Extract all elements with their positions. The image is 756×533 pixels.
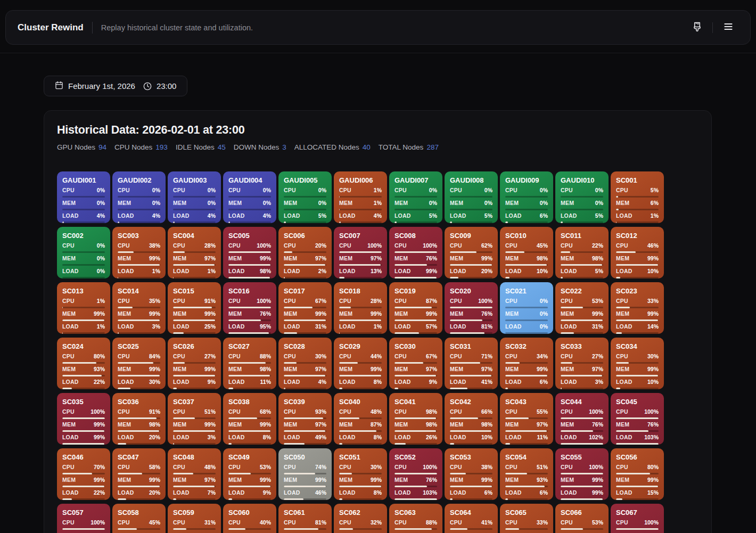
node-card[interactable]: SC019 CPU 87% MEM 99% LOAD 57% [389, 282, 442, 334]
node-card[interactable]: SC047 CPU 58% MEM 99% LOAD 20% [112, 448, 166, 500]
node-card[interactable]: SC001 CPU 5% MEM 6% LOAD 1% [611, 171, 664, 223]
load-row: LOAD 2% [284, 268, 326, 275]
cpu-bar-fill [450, 251, 476, 253]
node-card[interactable]: SC005 CPU 100% MEM 99% LOAD 98% [223, 227, 276, 278]
node-card[interactable]: SC036 CPU 91% MEM 98% LOAD 20% [112, 393, 166, 445]
node-card[interactable]: SC050 CPU 74% MEM 99% LOAD 46% [278, 448, 332, 500]
node-card[interactable]: SC044 CPU 100% MEM 76% LOAD 102% [555, 393, 609, 445]
node-card[interactable]: SC067 CPU 100% MEM 76% LOAD [611, 504, 664, 533]
node-card[interactable]: SC015 CPU 91% MEM 99% LOAD 25% [168, 282, 221, 334]
node-card[interactable]: SC009 CPU 62% MEM 99% LOAD 20% [445, 227, 498, 278]
node-card[interactable]: SC023 CPU 33% MEM 99% LOAD 14% [611, 282, 664, 334]
node-card[interactable]: SC038 CPU 68% MEM 99% LOAD 8% [223, 393, 276, 445]
mem-value: 99% [647, 255, 659, 261]
cpu-label: CPU [284, 242, 296, 249]
cpu-row: CPU 46% [616, 242, 659, 250]
node-card[interactable]: SC022 CPU 53% MEM 99% LOAD 31% [555, 282, 609, 334]
node-card[interactable]: SC046 CPU 70% MEM 99% LOAD 22% [57, 448, 110, 500]
node-card[interactable]: SC053 CPU 38% MEM 99% LOAD 6% [445, 448, 498, 500]
node-card[interactable]: SC048 CPU 48% MEM 97% LOAD 7% [168, 448, 221, 500]
node-card[interactable]: SC034 CPU 30% MEM 99% LOAD 10% [611, 338, 664, 389]
node-card[interactable]: SC060 CPU 40% MEM 99% LOAD [223, 504, 276, 533]
node-card[interactable]: GAUDI007 CPU 0% MEM 0% LOAD 5% [389, 171, 442, 223]
load-label: LOAD [284, 489, 300, 496]
node-card[interactable]: SC063 CPU 88% MEM 98% LOAD [389, 504, 442, 533]
node-card[interactable]: SC056 CPU 80% MEM 99% LOAD 15% [611, 448, 664, 500]
node-card[interactable]: SC066 CPU 53% MEM 94% LOAD [555, 504, 609, 533]
node-card[interactable]: SC058 CPU 45% MEM 97% LOAD [112, 504, 166, 533]
node-card[interactable]: GAUDI006 CPU 1% MEM 1% LOAD 4% [334, 171, 387, 223]
node-card[interactable]: SC040 CPU 48% MEM 87% LOAD 8% [334, 393, 387, 445]
node-card[interactable]: SC065 CPU 33% MEM 97% LOAD [500, 504, 553, 533]
node-card[interactable]: GAUDI004 CPU 0% MEM 0% LOAD 4% [223, 171, 276, 223]
cpu-bar-fill [284, 417, 323, 419]
node-card[interactable]: SC035 CPU 100% MEM 99% LOAD 99% [57, 393, 110, 445]
node-card[interactable]: SC055 CPU 100% MEM 99% LOAD 99% [555, 448, 609, 500]
mem-bar [450, 264, 492, 266]
mem-row: MEM 99% [228, 477, 271, 484]
mem-row: MEM 98% [450, 421, 492, 429]
datetime-picker[interactable]: February 1st, 2026 23:00 [44, 76, 187, 96]
node-card[interactable]: SC057 CPU 100% MEM 76% LOAD [57, 504, 110, 533]
node-card[interactable]: SC030 CPU 67% MEM 97% LOAD 9% [389, 338, 442, 389]
node-card[interactable]: SC020 CPU 100% MEM 76% LOAD 81% [445, 282, 498, 334]
node-card[interactable]: SC059 CPU 31% MEM 97% LOAD [168, 504, 221, 533]
menu-button[interactable] [718, 18, 738, 38]
node-card[interactable]: SC016 CPU 100% MEM 76% LOAD 95% [223, 282, 276, 334]
node-card[interactable]: SC006 CPU 20% MEM 97% LOAD 2% [278, 227, 332, 278]
node-card[interactable]: SC051 CPU 30% MEM 99% LOAD 8% [334, 448, 387, 500]
node-card[interactable]: SC061 CPU 81% MEM 99% LOAD [278, 504, 332, 533]
node-card[interactable]: GAUDI003 CPU 0% MEM 0% LOAD 4% [168, 171, 221, 223]
node-card[interactable]: SC003 CPU 38% MEM 99% LOAD 1% [112, 227, 166, 278]
node-card[interactable]: GAUDI008 CPU 0% MEM 0% LOAD 5% [445, 171, 498, 223]
node-card[interactable]: GAUDI005 CPU 0% MEM 0% LOAD 5% [278, 171, 332, 223]
cpu-bar-fill [561, 417, 603, 419]
mem-bar [450, 209, 492, 210]
node-card[interactable]: SC011 CPU 22% MEM 98% LOAD 5% [555, 227, 609, 278]
node-card[interactable]: SC008 CPU 100% MEM 76% LOAD 99% [389, 227, 442, 278]
node-card[interactable]: SC041 CPU 98% MEM 98% LOAD 26% [389, 393, 442, 445]
node-card[interactable]: SC004 CPU 28% MEM 97% LOAD 1% [168, 227, 221, 278]
node-card[interactable]: SC039 CPU 93% MEM 97% LOAD 49% [278, 393, 332, 445]
node-card[interactable]: SC062 CPU 32% MEM 98% LOAD [334, 504, 387, 533]
node-card[interactable]: SC032 CPU 34% MEM 99% LOAD 6% [500, 338, 553, 389]
theme-button[interactable] [687, 18, 707, 38]
node-card[interactable]: SC021 CPU 0% MEM 0% LOAD 0% [500, 282, 553, 334]
node-card[interactable]: SC014 CPU 35% MEM 99% LOAD 3% [112, 282, 166, 334]
node-card[interactable]: SC052 CPU 100% MEM 76% LOAD 103% [389, 448, 442, 500]
node-card[interactable]: GAUDI002 CPU 0% MEM 0% LOAD 4% [112, 171, 166, 223]
node-card[interactable]: SC037 CPU 51% MEM 99% LOAD 3% [168, 393, 221, 445]
node-card[interactable]: GAUDI010 CPU 0% MEM 0% LOAD 5% [555, 171, 609, 223]
cpu-value: 33% [647, 298, 659, 304]
node-card[interactable]: SC026 CPU 27% MEM 99% LOAD 9% [168, 338, 221, 389]
cpu-bar [173, 528, 216, 530]
load-row: LOAD 4% [118, 212, 160, 220]
node-card[interactable]: SC064 CPU 41% MEM 99% LOAD [445, 504, 498, 533]
node-card[interactable]: SC025 CPU 84% MEM 99% LOAD 30% [112, 338, 166, 389]
mem-value: 99% [315, 310, 326, 317]
node-card[interactable]: SC045 CPU 100% MEM 76% LOAD 103% [611, 393, 664, 445]
node-card[interactable]: SC024 CPU 80% MEM 93% LOAD 22% [57, 338, 110, 389]
node-card[interactable]: SC049 CPU 53% MEM 99% LOAD 9% [223, 448, 276, 500]
node-card[interactable]: SC043 CPU 55% MEM 97% LOAD 11% [500, 393, 553, 445]
node-card[interactable]: SC027 CPU 88% MEM 98% LOAD 11% [223, 338, 276, 389]
node-card[interactable]: SC010 CPU 45% MEM 98% LOAD 10% [500, 227, 553, 278]
node-card[interactable]: SC012 CPU 46% MEM 99% LOAD 10% [611, 227, 664, 278]
load-label: LOAD [173, 489, 190, 496]
cpu-value: 68% [260, 408, 271, 415]
cpu-value: 91% [204, 298, 216, 304]
node-card[interactable]: SC033 CPU 27% MEM 97% LOAD 3% [555, 338, 609, 389]
node-card[interactable]: SC013 CPU 1% MEM 99% LOAD 1% [57, 282, 110, 334]
node-card[interactable]: GAUDI009 CPU 0% MEM 0% LOAD 6% [500, 171, 553, 223]
node-card[interactable]: SC028 CPU 30% MEM 97% LOAD 4% [278, 338, 332, 389]
cpu-bar-fill [339, 417, 359, 419]
node-card[interactable]: SC007 CPU 100% MEM 97% LOAD 13% [334, 227, 387, 278]
node-card[interactable]: SC018 CPU 28% MEM 99% LOAD 1% [334, 282, 387, 334]
node-card[interactable]: SC017 CPU 67% MEM 99% LOAD 31% [278, 282, 332, 334]
node-card[interactable]: GAUDI001 CPU 0% MEM 0% LOAD 4% [57, 171, 110, 223]
node-card[interactable]: SC031 CPU 71% MEM 97% LOAD 41% [445, 338, 498, 389]
node-card[interactable]: SC002 CPU 0% MEM 0% LOAD 0% [57, 227, 110, 278]
node-card[interactable]: SC042 CPU 66% MEM 98% LOAD 10% [445, 393, 498, 445]
node-card[interactable]: SC054 CPU 51% MEM 93% LOAD 6% [500, 448, 553, 500]
node-card[interactable]: SC029 CPU 44% MEM 99% LOAD 8% [334, 338, 387, 389]
